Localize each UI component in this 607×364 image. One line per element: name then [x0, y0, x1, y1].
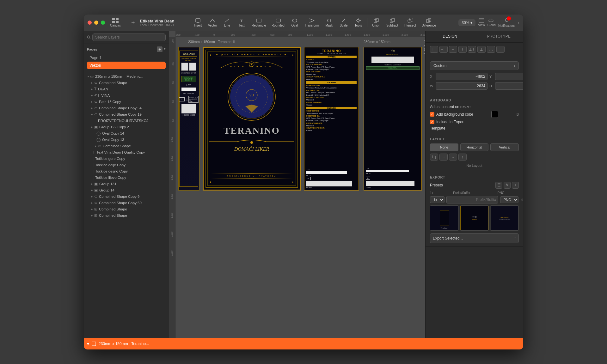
vector-tool[interactable]: Vector: [205, 17, 219, 28]
line-tool[interactable]: Line: [220, 17, 234, 28]
pages-expand[interactable]: ▾: [164, 46, 166, 52]
remove-export-btn[interactable]: ✕: [520, 197, 523, 202]
notifications-button[interactable]: 2 Notifications: [498, 18, 515, 27]
layer-combined54[interactable]: ▸ ⊂ Combined Shape Copy 54: [88, 105, 169, 111]
left-sidebar: Pages + ▾ Page 1 Vektori ▾ ▭: [84, 31, 169, 338]
layout-vertical-btn[interactable]: Vertical: [490, 143, 519, 151]
layer-combined50[interactable]: ▸ ⊂ Combined Shape Copy 50: [88, 200, 169, 206]
preset-edit-btn[interactable]: ✎: [504, 182, 511, 189]
intersect-tool[interactable]: Intersect: [401, 17, 418, 28]
subtract-tool[interactable]: Subtract: [384, 17, 401, 28]
layer-combined19[interactable]: ▸ ⊂ Combined Shape Copy 19: [88, 111, 169, 118]
bottom-artboard-icon: ▾: [87, 341, 89, 346]
layer-group131[interactable]: ▸ ▣ Group 131: [88, 181, 169, 187]
prototype-tab[interactable]: PROTOTYPE: [475, 31, 524, 42]
preset-add-btn[interactable]: +: [512, 182, 519, 189]
custom-dropdown[interactable]: Custom ▾: [430, 61, 519, 70]
add-button-area[interactable]: +: [131, 19, 135, 26]
svg-point-27: [87, 36, 90, 38]
insert-tool[interactable]: Insert: [191, 17, 205, 28]
layer-tockicedolje[interactable]: | Točkice dolje Copy: [88, 162, 169, 168]
notification-badge: 2: [504, 18, 510, 23]
layer-ovalcopy14[interactable]: ◯ Oval Copy 14: [91, 130, 169, 136]
view-button[interactable]: View: [478, 18, 485, 27]
y-input[interactable]: [495, 73, 523, 80]
scale-select[interactable]: 1x 2x 3x: [430, 196, 445, 203]
minimize-button[interactable]: [94, 21, 98, 25]
h-label: H: [489, 84, 494, 88]
layer-combined9[interactable]: ▸ ⊂ Combined Shape Copy 9: [88, 193, 169, 200]
add-page-button[interactable]: +: [157, 46, 162, 52]
more-button[interactable]: ›: [518, 20, 519, 25]
add-bg-checkbox[interactable]: ✓: [430, 112, 434, 117]
layer-group14[interactable]: ▸ ▣ Group 14: [88, 187, 169, 193]
h-input[interactable]: [495, 82, 523, 90]
cloud-button[interactable]: Cloud: [487, 18, 496, 27]
page-item-page1[interactable]: Page 1: [87, 54, 166, 62]
text-tool[interactable]: T Text: [235, 17, 248, 28]
page-item-vektori[interactable]: Vektori: [87, 62, 166, 69]
layout-dist-3[interactable]: ↔: [449, 154, 457, 161]
maximize-button[interactable]: [101, 21, 105, 25]
bottom-artboard-name: 230mm x 150mm - Teranino...: [99, 342, 149, 346]
layer-group122copy2[interactable]: ▸ ▣ Group 122 Copy 2: [88, 124, 169, 130]
align-left-btn[interactable]: ⊢: [430, 46, 438, 53]
rounded-tool[interactable]: Rounded: [269, 17, 287, 28]
w-input[interactable]: [436, 82, 487, 90]
difference-tool[interactable]: Difference: [419, 17, 438, 28]
layer-combined-shape[interactable]: ▸ ⊂ Combined Shape: [88, 80, 169, 86]
preset-list-btn[interactable]: ☰: [495, 182, 502, 189]
union-tool[interactable]: Union: [369, 17, 383, 28]
align-bottom-btn[interactable]: ⊥: [477, 46, 486, 53]
layer-dean[interactable]: ▸ T DEAN: [88, 86, 169, 92]
distribute-v-btn[interactable]: ⋯: [496, 46, 505, 53]
search-icon: [87, 35, 90, 39]
distribute-h-btn[interactable]: ⋮⋮: [487, 46, 495, 53]
layer-combined-4[interactable]: ▸ ⊞ Combined Shape: [88, 212, 169, 219]
thumbnails-row: Vina Dean TER ANINO: [430, 205, 519, 231]
layout-dist-1[interactable]: ⊢|: [430, 154, 438, 161]
layer-textvina[interactable]: T Text Vina Dean | Quality Copy: [88, 149, 169, 155]
layer-combined-shape-2[interactable]: ▸ ⊂ Combined Shape: [91, 143, 169, 149]
transform-tool[interactable]: Transform: [302, 17, 322, 28]
layer-artboard-medenic[interactable]: ▾ ▭ 230mm x 150mm - Medenic...: [84, 73, 169, 80]
search-input[interactable]: [92, 33, 166, 41]
align-center-v-btn[interactable]: ⊥⊤: [468, 46, 476, 53]
layer-ovalcopy13[interactable]: ◯ Oval Copy 13: [91, 136, 169, 143]
rectangle-tool[interactable]: Rectangle: [249, 17, 268, 28]
tools-tool[interactable]: Tools: [351, 17, 365, 28]
add-icon[interactable]: +: [131, 19, 135, 26]
format-select[interactable]: PNG SVG PDF: [500, 196, 518, 203]
zoom-control[interactable]: 30% ▾: [458, 19, 475, 26]
layer-combined-3[interactable]: ▸ ⊞ Combined Shape: [88, 206, 169, 212]
layer-proizvedeno[interactable]: — PROIZVEDENOUHRVATSKOJ: [88, 118, 169, 124]
prefix-suffix-input[interactable]: [446, 196, 498, 203]
design-tab[interactable]: DESIGN: [426, 31, 475, 42]
include-export-checkbox[interactable]: ✓: [430, 120, 434, 124]
mask-tool[interactable]: Mask: [322, 17, 336, 28]
align-center-h-btn[interactable]: ⊣⊢: [439, 46, 448, 53]
layer-tockicegore[interactable]: | Točkice gore Copy: [88, 155, 169, 162]
layer-path13copy[interactable]: ▸ ⊂ Path 13 Copy: [88, 99, 169, 105]
layer-tockicedesno[interactable]: | Točkice desno Copy: [88, 168, 169, 174]
x-input[interactable]: [436, 73, 487, 80]
layout-dist-4[interactable]: ↕: [458, 154, 467, 161]
artboard3-label: 230mm x 150mm –: [364, 40, 393, 44]
layer-tockiceijevo[interactable]: | Točkice lijevo Copy: [88, 174, 169, 181]
export-selected-button[interactable]: Export Selected... ↑: [430, 233, 519, 243]
scale-tool[interactable]: Scale: [337, 17, 351, 28]
top-right-buttons: View Cloud 2 Notifications ›: [478, 18, 519, 27]
align-right-btn[interactable]: ⊣: [449, 46, 457, 53]
oval-tool[interactable]: Oval: [288, 17, 302, 28]
bg-color-swatch[interactable]: [491, 111, 498, 118]
layout-horizontal-btn[interactable]: Horizontal: [460, 143, 489, 151]
layout-none-btn[interactable]: None: [430, 143, 458, 151]
close-button[interactable]: [88, 21, 92, 25]
canvas-area[interactable]: -200 -100 0 200 400 600 800 1.000 1.200 …: [169, 31, 425, 338]
layout-dist-2[interactable]: |⊣: [439, 154, 448, 161]
layout-section: LAYOUT None Horizontal Vertical ⊢| |⊣ ↔ …: [426, 134, 523, 172]
canvas-button[interactable]: Canvas: [110, 18, 121, 27]
align-top-btn[interactable]: ⊤: [458, 46, 467, 53]
layer-vina[interactable]: ▸ ↶T VINA: [88, 92, 169, 99]
toolbar-center: Insert Vector Line T Text Rectangle Roun…: [191, 17, 438, 28]
